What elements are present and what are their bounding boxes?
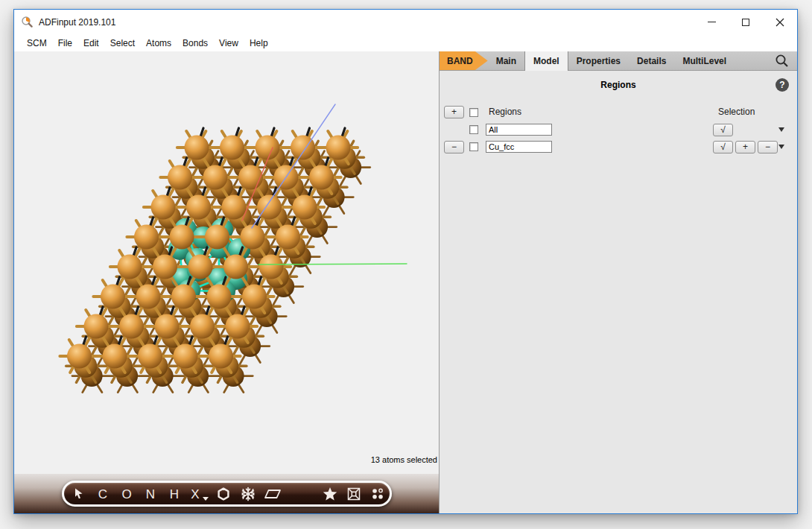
viewer-toolbar: C O N H X: [62, 481, 392, 507]
magnifier-icon: [775, 54, 789, 68]
select-region-cu-fcc-button[interactable]: √: [713, 141, 733, 153]
tab-main[interactable]: Main: [488, 51, 524, 70]
pointer-icon[interactable]: [74, 488, 84, 500]
menu-file[interactable]: File: [53, 36, 77, 51]
tab-properties[interactable]: Properties: [568, 51, 629, 70]
panel-tabbar: BAND Main Model Properties Details Multi…: [440, 51, 797, 71]
tab-multilevel[interactable]: MultiLevel: [674, 51, 735, 70]
add-selection-cu-fcc-button[interactable]: +: [735, 141, 755, 153]
search-button[interactable]: [775, 51, 797, 70]
region-name-input-cu-fcc[interactable]: [486, 141, 552, 153]
plane-icon[interactable]: [264, 488, 282, 500]
menu-help[interactable]: Help: [244, 36, 273, 51]
window-controls: [694, 10, 797, 34]
close-icon: [775, 18, 784, 27]
maximize-icon: [742, 19, 749, 26]
minimize-icon: [708, 22, 716, 22]
maximize-button[interactable]: [729, 10, 763, 34]
selection-column-label: Selection: [718, 107, 755, 117]
ring-icon[interactable]: [216, 487, 231, 501]
viewer-toolbar-band: C O N H X: [14, 474, 439, 513]
remove-selection-cu-fcc-button[interactable]: −: [758, 141, 778, 153]
selection-dropdown-cu-fcc[interactable]: [778, 145, 784, 149]
star-icon[interactable]: [323, 487, 337, 501]
molecule-viewer[interactable]: 13 atoms selected C O N H X: [14, 51, 439, 513]
window-title: ADFinput 2019.101: [39, 17, 115, 28]
selection-status: 13 atoms selected: [371, 455, 437, 464]
content-area: 13 atoms selected C O N H X: [14, 51, 797, 513]
menubar: SCM File Edit Select Atoms Bonds View He…: [14, 34, 797, 51]
menu-select[interactable]: Select: [105, 36, 140, 51]
regions-column-label: Regions: [489, 107, 521, 117]
minimize-button[interactable]: [694, 10, 729, 34]
settings-panel: BAND Main Model Properties Details Multi…: [439, 51, 797, 513]
nitrogen-tool-button[interactable]: N: [146, 487, 155, 500]
panel-title: Regions: [440, 80, 797, 90]
help-button[interactable]: ?: [775, 78, 789, 92]
app-logo-icon: [21, 16, 34, 28]
close-button[interactable]: [763, 10, 797, 34]
any-element-tool-button[interactable]: X: [191, 487, 199, 500]
selection-dropdown-all[interactable]: [778, 127, 784, 132]
region-checkbox-all[interactable]: [469, 125, 478, 134]
menu-edit[interactable]: Edit: [78, 36, 104, 51]
dropdown-arrow-icon[interactable]: [203, 497, 209, 501]
add-region-button[interactable]: +: [444, 106, 464, 118]
hydrogen-tool-button[interactable]: H: [170, 487, 179, 500]
tab-band[interactable]: BAND: [440, 51, 488, 70]
menu-scm[interactable]: SCM: [22, 36, 52, 51]
remove-region-button[interactable]: −: [444, 141, 464, 153]
tab-model[interactable]: Model: [524, 51, 568, 71]
select-region-all-button[interactable]: √: [713, 124, 733, 136]
tab-details[interactable]: Details: [629, 51, 674, 70]
fragment-dots-icon[interactable]: [371, 487, 384, 501]
titlebar: ADFinput 2019.101: [14, 10, 797, 34]
menu-view[interactable]: View: [214, 36, 244, 51]
oxygen-tool-button[interactable]: O: [121, 487, 131, 500]
carbon-tool-button[interactable]: C: [98, 487, 107, 500]
menu-bonds[interactable]: Bonds: [177, 36, 213, 51]
regions-panel: Regions ? + Regions Selection √ − √ + −: [440, 71, 797, 513]
menu-atoms[interactable]: Atoms: [141, 36, 177, 51]
app-window: ADFinput 2019.101 SCM File Edit Select A…: [13, 9, 798, 514]
cell-box-icon[interactable]: [347, 487, 361, 501]
snowflake-crystal-icon[interactable]: [241, 487, 256, 501]
region-name-input-all[interactable]: [486, 124, 552, 136]
regions-header-checkbox[interactable]: [469, 108, 478, 117]
region-checkbox-cu-fcc[interactable]: [469, 142, 478, 151]
molecule-3d-view[interactable]: [14, 51, 439, 473]
